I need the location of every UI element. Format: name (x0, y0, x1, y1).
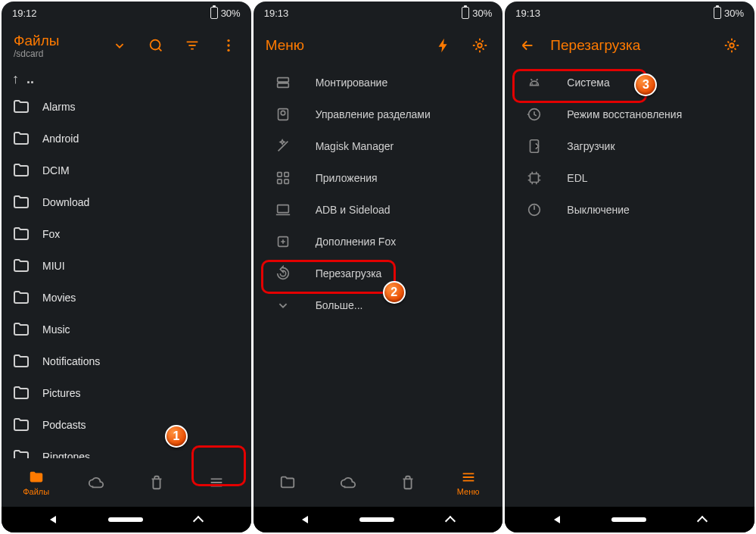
menu-item[interactable]: Magisk Manager (254, 130, 503, 162)
menu-icon (460, 469, 477, 486)
status-bar: 19:13 30% (254, 2, 503, 24)
sys-home[interactable] (611, 517, 646, 522)
menu-label: Приложения (316, 172, 378, 184)
folder-icon (12, 320, 30, 339)
power-icon (526, 201, 543, 218)
status-bar: 19:12 30% (2, 2, 251, 24)
file-row[interactable]: Download (2, 186, 251, 218)
search-button[interactable] (139, 29, 173, 62)
nav-files[interactable]: Файлы (6, 469, 66, 496)
addon-icon (275, 233, 291, 250)
menu-label: Перезагрузка (316, 267, 382, 279)
file-row[interactable]: Android (2, 123, 251, 155)
file-row[interactable]: Alarms (2, 91, 251, 123)
nav-trash[interactable] (126, 474, 186, 491)
reboot-menu-list: СистемаРежим восстановленияЗагрузчикEDLВ… (505, 67, 754, 507)
sys-home[interactable] (359, 517, 394, 522)
magic-icon (275, 138, 291, 155)
folder-icon (12, 193, 30, 211)
android-icon (526, 74, 543, 91)
menu-label: Загрузчик (567, 140, 614, 152)
nav-cloud[interactable] (66, 474, 126, 491)
sys-back[interactable] (554, 516, 560, 523)
reboot-menu-item[interactable]: Режим восстановления (505, 98, 754, 130)
folder-icon (12, 98, 30, 116)
status-time: 19:13 (264, 8, 289, 19)
file-name: Fox (42, 228, 60, 240)
phone-screen-3: 19:13 30% Перезагрузка СистемаРежим восс… (505, 2, 754, 532)
reboot-menu-item[interactable]: Выключение (505, 194, 754, 226)
disk-icon (275, 106, 291, 123)
folder-icon (12, 161, 30, 180)
more-button[interactable] (212, 29, 245, 62)
nav-menu[interactable] (186, 474, 246, 491)
menu-list: МонтированиеУправление разделамиMagisk M… (254, 67, 503, 458)
file-row[interactable]: Movies (2, 282, 251, 314)
menu-label: Монтирование (316, 77, 388, 89)
folder-icon (12, 130, 30, 148)
trash-icon (400, 474, 416, 491)
menu-item[interactable]: Монтирование (254, 67, 503, 98)
reboot-menu-item[interactable]: Загрузчик (505, 130, 754, 162)
back-icon (519, 37, 536, 54)
sys-back[interactable] (50, 516, 56, 523)
file-row[interactable]: Podcasts (2, 409, 251, 441)
reboot-menu-item[interactable]: Система (505, 67, 754, 98)
folder-icon (12, 448, 30, 458)
file-row[interactable]: Notifications (2, 345, 251, 377)
sys-back[interactable] (302, 516, 308, 523)
menu-item[interactable]: Дополнения Fox (254, 226, 503, 258)
file-row[interactable]: Fox (2, 218, 251, 250)
menu-item[interactable]: Больше... (254, 289, 503, 321)
file-list: ↑ ..AlarmsAndroidDCIMDownloadFoxMIUIMovi… (2, 67, 251, 458)
folder-icon (12, 352, 30, 370)
status-bar: 19:13 30% (505, 2, 754, 24)
dropdown-button[interactable] (103, 29, 136, 62)
system-nav (505, 507, 754, 532)
header: Перезагрузка (505, 24, 754, 67)
settings-button[interactable] (463, 29, 496, 62)
back-button[interactable] (511, 29, 544, 62)
sort-button[interactable] (176, 29, 209, 62)
file-row[interactable]: Ringtones (2, 441, 251, 458)
nav-trash[interactable] (378, 474, 438, 491)
status-right: 30% (714, 7, 744, 19)
file-name: Music (42, 323, 70, 336)
system-nav (254, 507, 503, 532)
file-row[interactable]: Pictures (2, 377, 251, 409)
file-row[interactable]: MIUI (2, 250, 251, 282)
header-title-block: Перезагрузка (544, 37, 715, 54)
sys-recent[interactable] (698, 514, 706, 525)
nav-menu[interactable]: Меню (438, 469, 498, 496)
history-icon (526, 106, 543, 123)
menu-item[interactable]: ADB и Sideload (254, 194, 503, 226)
bottom-nav: Меню (254, 458, 503, 507)
gear-icon (471, 37, 488, 54)
sys-home[interactable] (108, 517, 143, 522)
reboot-menu-item[interactable]: EDL (505, 162, 754, 194)
status-time: 19:12 (12, 8, 37, 19)
cloud-icon (340, 474, 356, 491)
menu-item[interactable]: Управление разделами (254, 98, 503, 130)
nav-cloud[interactable] (318, 474, 378, 491)
settings-button[interactable] (715, 29, 748, 62)
menu-label: Система (567, 77, 609, 89)
file-row[interactable]: ↑ .. (2, 67, 251, 91)
header-title-block[interactable]: Файлы /sdcard (8, 33, 103, 59)
flash-button[interactable] (427, 29, 460, 62)
menu-item[interactable]: Приложения (254, 162, 503, 194)
sys-recent[interactable] (446, 514, 454, 525)
sys-recent[interactable] (194, 514, 202, 525)
folder-icon (12, 384, 30, 402)
system-nav (2, 507, 251, 532)
file-row[interactable]: DCIM (2, 155, 251, 186)
status-time: 19:13 (515, 8, 540, 19)
menu-item[interactable]: Перезагрузка (254, 258, 503, 289)
menu-label: Режим восстановления (567, 108, 682, 120)
file-name: Notifications (42, 355, 100, 367)
file-name: Ringtones (42, 451, 90, 458)
nav-files[interactable] (258, 474, 318, 491)
file-name: Alarms (42, 101, 76, 113)
file-row[interactable]: Music (2, 314, 251, 345)
file-name: Podcasts (42, 419, 86, 431)
